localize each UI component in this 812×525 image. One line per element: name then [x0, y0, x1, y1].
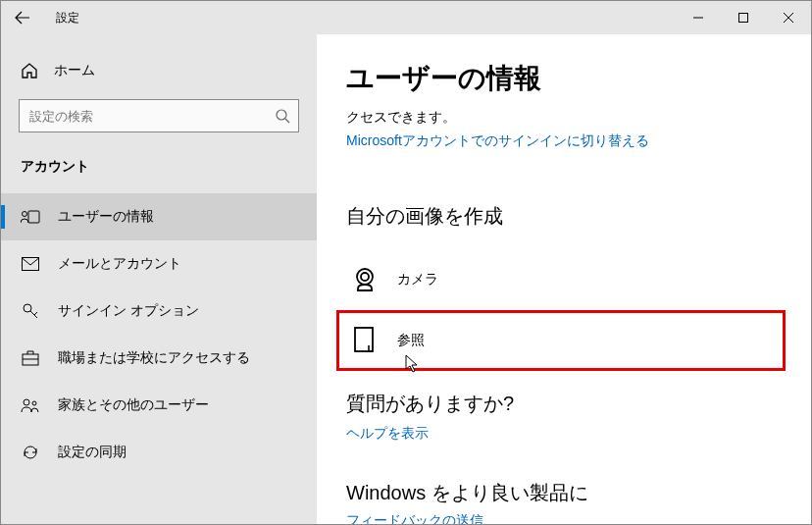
camera-label: カメラ: [397, 271, 438, 289]
sync-icon: [21, 444, 40, 461]
sidebar-item-signin-options[interactable]: サインイン オプション: [1, 288, 317, 335]
page-heading: ユーザーの情報: [346, 60, 782, 97]
maximize-icon: [738, 13, 748, 23]
sidebar-item-label: サインイン オプション: [58, 302, 199, 320]
svg-rect-18: [355, 328, 373, 351]
sidebar-item-work-school[interactable]: 職場または学校にアクセスする: [1, 335, 317, 382]
switch-account-link[interactable]: Microsoftアカウントでのサインインに切り替える: [346, 132, 782, 150]
svg-line-5: [285, 119, 289, 123]
sidebar-item-label: メールとアカウント: [58, 255, 181, 273]
briefcase-icon: [21, 350, 40, 366]
camera-option[interactable]: カメラ: [346, 249, 782, 310]
svg-line-11: [34, 312, 37, 315]
svg-line-10: [30, 311, 37, 318]
camera-icon: [346, 265, 383, 294]
search-input[interactable]: [29, 109, 288, 124]
svg-rect-1: [739, 14, 748, 23]
back-arrow-icon: [15, 10, 30, 26]
sidebar-item-email[interactable]: メールとアカウント: [1, 240, 317, 288]
home-nav[interactable]: ホーム: [1, 56, 317, 85]
key-icon: [21, 302, 40, 320]
sidebar-item-label: 家族とその他のユーザー: [58, 396, 209, 414]
improve-title: Windows をより良い製品に: [346, 480, 782, 506]
home-label: ホーム: [54, 62, 95, 79]
sidebar-item-label: 職場または学校にアクセスする: [58, 349, 250, 367]
sidebar-item-family[interactable]: 家族とその他のユーザー: [1, 382, 317, 429]
search-input-container[interactable]: [19, 99, 299, 132]
close-icon: [784, 13, 793, 23]
people-icon: [21, 397, 40, 413]
sidebar-item-your-info[interactable]: ユーザーの情報: [1, 193, 317, 240]
window-title: 設定: [56, 10, 79, 26]
svg-point-16: [357, 269, 373, 285]
svg-point-14: [24, 399, 29, 405]
help-link[interactable]: ヘルプを表示: [346, 425, 782, 443]
search-icon: [275, 108, 290, 124]
sidebar: ホーム アカウント ユーザーの情報 メールとアカウント サインイン オプション: [1, 34, 317, 524]
mail-icon: [21, 257, 40, 271]
back-button[interactable]: [1, 1, 44, 34]
main-content: ユーザーの情報 クセスできます。 Microsoftアカウントでのサインインに切…: [317, 34, 811, 524]
svg-point-15: [32, 401, 36, 405]
maximize-button[interactable]: [721, 1, 766, 34]
question-title: 質問がありますか?: [346, 391, 782, 417]
svg-point-4: [277, 110, 286, 120]
home-icon: [21, 62, 38, 79]
file-icon: [346, 326, 383, 355]
svg-point-7: [23, 212, 27, 217]
browse-label: 参照: [397, 332, 425, 349]
browse-option[interactable]: 参照: [336, 310, 786, 371]
svg-rect-6: [28, 211, 39, 223]
minimize-button[interactable]: [676, 1, 721, 34]
svg-rect-8: [23, 258, 39, 271]
feedback-link[interactable]: フィードバックの送信: [346, 512, 782, 524]
create-picture-title: 自分の画像を作成: [346, 203, 782, 230]
close-button[interactable]: [766, 1, 811, 34]
person-badge-icon: [21, 209, 40, 225]
svg-point-9: [24, 304, 31, 312]
sidebar-item-sync[interactable]: 設定の同期: [1, 429, 317, 476]
sub-text: クセスできます。: [346, 109, 782, 127]
sidebar-item-label: ユーザーの情報: [58, 208, 154, 226]
minimize-icon: [693, 13, 703, 23]
svg-point-17: [361, 273, 369, 281]
sidebar-section-header: アカウント: [1, 152, 317, 193]
sidebar-item-label: 設定の同期: [58, 444, 127, 461]
